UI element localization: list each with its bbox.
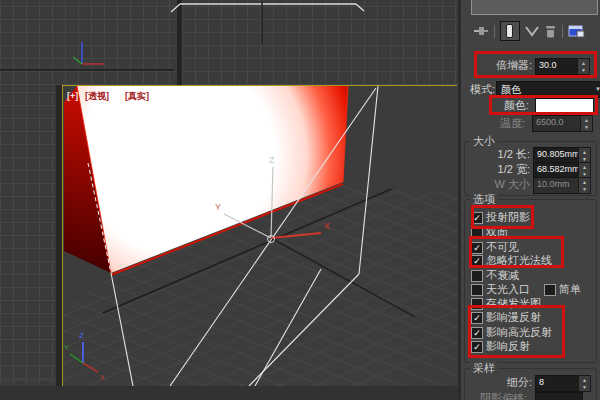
status-strip — [0, 386, 458, 400]
chevron-down-icon: ▼ — [595, 83, 600, 96]
viewport-pov-label[interactable]: [透视] — [85, 91, 109, 101]
checkbox-ignore-light-normals[interactable]: ✓ 忽略灯光法线 — [458, 254, 600, 267]
pin-stack-icon[interactable] — [474, 25, 489, 37]
checkbox-affect-specular[interactable]: ✓ 影响高光反射 — [458, 326, 600, 339]
checkbox-box[interactable]: ✓ — [471, 327, 483, 339]
axis-gizmo-y — [73, 57, 82, 64]
multiplier-spinner[interactable]: ▲▼ — [577, 58, 590, 75]
sampling-group-title: 采样 — [470, 362, 498, 374]
temperature-label: 温度: — [500, 117, 525, 130]
subdivs-field[interactable]: 8 — [535, 375, 583, 392]
checkbox-affect-reflections[interactable]: ✓ 影响反射 — [458, 340, 600, 353]
checkbox-invisible[interactable]: ✓ 不可见 — [458, 241, 600, 254]
mode-label: 模式: — [470, 83, 495, 96]
shadow-bias-label: 阴影偏移: — [480, 392, 527, 400]
world-z-label: Z — [79, 331, 84, 340]
viewport-shading-label[interactable]: [真实] — [125, 91, 149, 101]
light-arrow-right — [356, 4, 364, 11]
checkbox-box[interactable]: ✓ — [471, 312, 483, 324]
temperature-spinner[interactable]: ▲▼ — [580, 115, 593, 132]
viewport-perspective[interactable]: Z Y X Z Y X [+] [透视] [真实] — [62, 85, 457, 386]
half-length-label: 1/2 长: — [460, 148, 530, 161]
checkbox-box[interactable]: ✓ — [471, 212, 483, 224]
color-label: 颜色: — [504, 99, 529, 112]
options-group-title: 选项 — [470, 193, 498, 205]
w-size-label: W 大小 — [460, 178, 530, 191]
tripod-z-label: Z — [269, 155, 275, 165]
checkbox-box[interactable]: ✓ — [471, 255, 483, 267]
size-group-title: 大小 — [470, 135, 498, 147]
mode-dropdown[interactable]: 颜色 ▼ — [496, 81, 600, 98]
viewport-menu-plus[interactable]: [+] — [67, 91, 78, 101]
world-y-label: Y — [64, 344, 69, 351]
show-end-result-icon[interactable] — [500, 21, 520, 41]
checkbox-affect-diffuse[interactable]: ✓ 影响漫反射 — [458, 311, 600, 324]
checkbox-box[interactable] — [471, 298, 483, 310]
checkbox-box[interactable] — [471, 284, 483, 296]
checkbox-store-illum-map[interactable]: 存储发光图 — [458, 297, 600, 310]
color-swatch[interactable] — [535, 98, 594, 113]
w-size-spinner[interactable]: ▲▼ — [578, 177, 591, 194]
perspective-scene: Z Y X Z Y X [+] [透视] [真实] — [63, 86, 458, 386]
multiplier-field[interactable]: 30.0 — [535, 58, 582, 75]
checkbox-simple-box[interactable] — [544, 284, 556, 296]
checkbox-box[interactable]: ✓ — [471, 341, 483, 353]
modifier-stack-toolbar — [458, 20, 600, 42]
command-panel: 倍增器: 30.0 ▲▼ 模式: 颜色 ▼ 颜色: 温度: 6500.0 ▲▼ … — [458, 0, 600, 400]
tripod-y-label: Y — [215, 202, 221, 212]
configure-modifier-sets-icon[interactable] — [568, 24, 585, 38]
checkbox-box[interactable] — [471, 227, 483, 239]
viewport-left-column[interactable] — [0, 85, 56, 386]
temperature-field: 6500.0 — [532, 115, 585, 132]
shadow-bias-field[interactable] — [535, 392, 583, 400]
checkbox-no-decay[interactable]: 不衰减 — [458, 269, 600, 282]
modifier-stack-list[interactable] — [471, 0, 598, 15]
toolbar-separator — [494, 25, 495, 38]
checkbox-box[interactable] — [471, 270, 483, 282]
toolbar-separator — [562, 25, 563, 38]
world-x-label: X — [100, 374, 105, 381]
subdivs-label: 细分: — [498, 376, 532, 389]
subdivs-spinner[interactable]: ▲▼ — [578, 375, 591, 392]
w-size-field: 10.0mm — [533, 177, 583, 194]
half-width-label: 1/2 宽: — [460, 163, 530, 176]
checkbox-box[interactable]: ✓ — [471, 242, 483, 254]
checkbox-double-sided[interactable]: 双面 — [458, 226, 600, 239]
multiplier-label: 倍增器: — [488, 59, 532, 72]
mode-value: 颜色 — [501, 83, 521, 96]
remove-modifier-icon[interactable] — [544, 25, 557, 38]
light-arrow-left — [171, 4, 180, 12]
3dsmax-window: Z Y X Z Y X [+] [透视] [真实] — [0, 0, 600, 400]
checkbox-skylight-portal[interactable]: 天光入口 简单 — [458, 283, 600, 296]
make-unique-icon[interactable] — [525, 25, 539, 37]
checkbox-cast-shadows[interactable]: ✓ 投射阴影 — [458, 211, 600, 224]
checkbox-simple-label: 简单 — [559, 283, 581, 296]
top-viewport-drawing — [0, 0, 458, 86]
tripod-x-label: X — [324, 221, 330, 231]
